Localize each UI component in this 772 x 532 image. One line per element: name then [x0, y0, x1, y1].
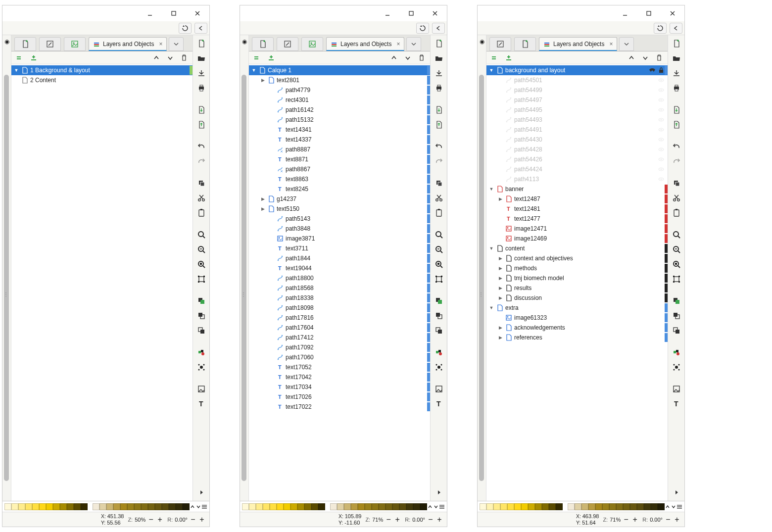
export-button[interactable] [194, 118, 208, 131]
expand-icon[interactable]: ▶ [497, 285, 503, 291]
swatch[interactable] [39, 503, 46, 510]
copy-button[interactable] [670, 177, 683, 190]
layer-row[interactable]: ▶context and objectives [486, 253, 668, 263]
layer-row[interactable]: ▶text5150 [249, 204, 430, 214]
paste-button[interactable] [670, 206, 683, 219]
expand-icon[interactable]: ▼ [488, 186, 494, 192]
layer-row[interactable]: 2 Content [11, 75, 193, 85]
layer-row[interactable]: Ttext17026 [249, 392, 430, 402]
swatch[interactable] [277, 503, 284, 510]
undo-button[interactable] [670, 140, 683, 153]
undo-button[interactable] [432, 140, 446, 153]
layer-row[interactable]: ▶text12487 [486, 194, 668, 204]
vertical-scrollbar[interactable] [479, 75, 484, 481]
cut-button[interactable] [432, 192, 446, 204]
maximize-button[interactable] [639, 6, 659, 20]
close-icon[interactable]: × [609, 41, 613, 48]
duplicate-button[interactable] [432, 294, 446, 307]
tab-layers-and-objects[interactable]: Layers and Objects × [539, 37, 617, 51]
collapse-button[interactable] [432, 23, 445, 34]
delete-button[interactable] [655, 53, 664, 62]
swatch[interactable] [32, 503, 39, 510]
swatch[interactable] [507, 503, 514, 510]
swatch[interactable] [602, 503, 609, 510]
selector-tool-icon[interactable]: ◉ [242, 38, 247, 45]
swatch[interactable] [53, 503, 60, 510]
selector-tool-icon[interactable]: ◉ [4, 38, 9, 45]
swatch[interactable] [127, 503, 134, 510]
swatch[interactable] [493, 503, 500, 510]
swatch[interactable] [386, 503, 392, 510]
layer-row[interactable]: path18568 [249, 283, 430, 293]
expand-icon[interactable]: ▶ [497, 275, 503, 281]
color-palette[interactable] [240, 501, 447, 512]
import-button[interactable] [194, 103, 208, 116]
layer-row[interactable]: Ttext8871 [249, 154, 430, 164]
swatch[interactable] [514, 503, 521, 510]
swatch[interactable] [18, 503, 25, 510]
layer-row[interactable]: Ttext8245 [249, 184, 430, 194]
expand-icon[interactable]: ▼ [488, 305, 494, 311]
rotation-control[interactable]: R: 0.00° − + [405, 515, 443, 524]
edit-tab-button[interactable] [277, 37, 298, 51]
swatch[interactable] [284, 503, 290, 510]
zoom-plus-button[interactable]: + [631, 515, 638, 524]
duplicate-button[interactable] [194, 294, 208, 307]
rotation-control[interactable]: R: 0.00° − + [642, 515, 680, 524]
zoom-fit-button[interactable] [194, 228, 208, 241]
layer-row[interactable]: ▶results [486, 283, 668, 293]
swatch[interactable] [155, 503, 162, 510]
print-button[interactable] [670, 82, 683, 95]
swatch[interactable] [651, 503, 658, 510]
copy-button[interactable] [194, 177, 208, 190]
layer-row[interactable]: ▼Calque 1 [249, 65, 430, 75]
visibility-icon[interactable] [658, 137, 665, 142]
edit-tab-button[interactable] [39, 37, 61, 51]
zoom-control[interactable]: Z: 71% − + [603, 515, 638, 524]
palette-up-button[interactable] [665, 502, 671, 511]
raise-button[interactable] [627, 53, 636, 62]
zoom-drawing-button[interactable] [670, 273, 683, 286]
clone-button[interactable] [432, 309, 446, 322]
new-layer-button[interactable] [15, 53, 24, 62]
layer-row[interactable]: path3848 [249, 224, 430, 234]
swatch[interactable] [535, 503, 542, 510]
layer-row[interactable]: Ttext17042 [249, 372, 430, 382]
print-button[interactable] [194, 82, 208, 95]
palette-menu-button[interactable] [676, 502, 682, 511]
swatch[interactable] [162, 503, 169, 510]
swatch[interactable] [337, 503, 344, 510]
add-layer-button[interactable] [504, 53, 513, 62]
swatch[interactable] [351, 503, 358, 510]
import-button[interactable] [670, 103, 683, 116]
redo-button[interactable] [432, 155, 446, 168]
new-doc-button[interactable] [670, 37, 683, 50]
group-button[interactable] [194, 346, 208, 359]
layer-row[interactable]: path18338 [249, 293, 430, 303]
visibility-icon[interactable] [658, 88, 665, 93]
expand-icon[interactable]: ▼ [488, 67, 494, 73]
palette-down-button[interactable] [195, 502, 201, 511]
swatch[interactable] [549, 503, 556, 510]
layer-row[interactable]: path4779 [249, 85, 430, 95]
ungroup-button[interactable] [670, 361, 683, 374]
layer-row[interactable]: ▼content [486, 243, 668, 253]
open-doc-button[interactable] [194, 52, 208, 65]
layer-row[interactable]: image61323 [486, 313, 668, 323]
print-button[interactable] [432, 82, 446, 95]
zoom-page-button[interactable] [194, 258, 208, 271]
new-layer-button[interactable] [253, 53, 262, 62]
delete-button[interactable] [180, 53, 189, 62]
maximize-button[interactable] [164, 6, 184, 20]
layer-row[interactable]: path54491 [486, 125, 668, 135]
swatch[interactable] [658, 503, 665, 510]
layer-row[interactable]: path54426 [486, 154, 668, 164]
layer-row[interactable]: path54424 [486, 164, 668, 174]
palette-down-button[interactable] [671, 502, 676, 511]
visibility-icon[interactable] [658, 107, 665, 112]
layer-row[interactable]: path17816 [249, 313, 430, 323]
close-icon[interactable]: × [159, 41, 162, 48]
clone-button[interactable] [194, 309, 208, 322]
swatch[interactable] [486, 503, 493, 510]
image-tab-button[interactable] [64, 37, 86, 51]
